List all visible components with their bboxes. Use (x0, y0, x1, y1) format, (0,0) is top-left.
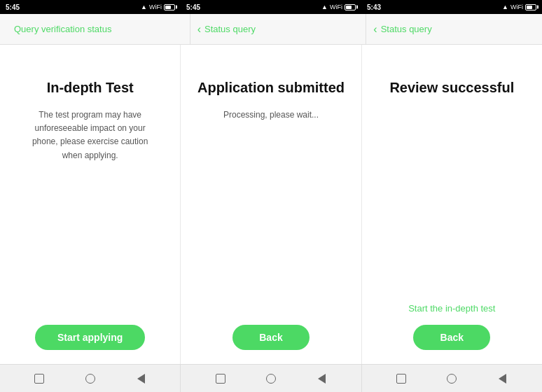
panel-top-3: Review successful (376, 66, 528, 303)
main-content: In-depth Test The test program may have … (0, 45, 542, 364)
signal-icon: ▲ (141, 4, 147, 10)
triangle-nav-icon-right[interactable] (496, 372, 509, 385)
start-applying-button[interactable]: Start applying (35, 325, 145, 350)
battery-icon-left (164, 4, 175, 10)
triangle-shape-left (137, 374, 145, 384)
square-nav-icon-right[interactable] (395, 372, 408, 385)
header-panel-left: Query verification status (0, 14, 190, 44)
panel-title-1: In-depth Test (47, 80, 134, 96)
panel-title-2: Application submitted (197, 80, 345, 96)
square-nav-icon-mid[interactable] (214, 372, 227, 385)
panel-top-2: Application submitted Processing, please… (195, 66, 347, 325)
header-panel-right: ‹ Status query (366, 14, 542, 44)
icons-left: ▲ WiFi (141, 4, 175, 10)
circle-shape-left (85, 374, 95, 384)
square-nav-icon-left[interactable] (33, 372, 46, 385)
nav-segment-left (0, 365, 181, 392)
circle-shape-right (447, 374, 457, 384)
bottom-nav (0, 364, 542, 392)
square-shape-mid (216, 374, 225, 384)
circle-nav-icon-right[interactable] (445, 372, 458, 385)
back-label-mid: Status query (204, 24, 256, 34)
triangle-shape-right (499, 374, 506, 384)
status-bar-mid: 5:45 ▲ WiFi (181, 4, 361, 11)
battery-icon-mid (345, 4, 356, 10)
panel-bottom-1: Start applying (14, 325, 166, 350)
time-right: 5:43 (367, 4, 381, 11)
signal-icon-right: ▲ (502, 4, 508, 10)
chevron-icon-mid: ‹ (197, 23, 201, 36)
nav-segment-mid (181, 365, 361, 392)
panel-desc-1: The test program may have unforeseeable … (27, 108, 153, 162)
header-panel-mid: ‹ Status query (190, 14, 367, 44)
status-bar-left: 5:45 ▲ WiFi (0, 4, 181, 11)
panel-indepth-test: In-depth Test The test program may have … (0, 45, 181, 364)
battery-icon-right (525, 4, 536, 10)
back-button-mid[interactable]: ‹ Status query (197, 23, 256, 36)
back-button-panel3[interactable]: Back (413, 325, 490, 350)
signal-icon-mid: ▲ (321, 4, 328, 10)
back-label-right: Status query (381, 24, 432, 34)
status-bar: 5:45 ▲ WiFi 5:45 ▲ WiFi 5:43 ▲ WiFi (0, 0, 542, 14)
panel-title-3: Review successful (389, 80, 514, 96)
status-bar-right: 5:43 ▲ WiFi (361, 4, 542, 11)
back-button-panel2[interactable]: Back (232, 325, 310, 350)
wifi-icon: WiFi (149, 4, 162, 10)
icons-right: ▲ WiFi (502, 4, 536, 10)
query-status-text[interactable]: Query verification status (14, 24, 111, 34)
panel-top-1: In-depth Test The test program may have … (14, 66, 166, 325)
panel-application-submitted: Application submitted Processing, please… (181, 45, 361, 364)
square-shape-right (396, 374, 406, 384)
triangle-nav-icon-mid[interactable] (315, 372, 328, 385)
wifi-icon-right: WiFi (510, 4, 523, 10)
panel-bottom-3: Start the in-depth test Back (376, 303, 528, 350)
start-indepth-link[interactable]: Start the in-depth test (408, 303, 495, 314)
time-mid: 5:45 (186, 4, 200, 11)
circle-nav-icon-mid[interactable] (265, 372, 277, 385)
triangle-shape-mid (318, 374, 326, 384)
time-left: 5:45 (6, 4, 20, 11)
wifi-icon-mid: WiFi (330, 4, 342, 10)
nav-segment-right (362, 365, 542, 392)
back-button-right[interactable]: ‹ Status query (373, 23, 431, 36)
icons-mid: ▲ WiFi (321, 4, 356, 10)
chevron-icon-right: ‹ (373, 23, 377, 36)
header-row: Query verification status ‹ Status query… (0, 14, 542, 45)
panel-review-successful: Review successful Start the in-depth tes… (362, 45, 542, 364)
triangle-nav-icon-left[interactable] (134, 372, 147, 385)
circle-shape-mid (266, 374, 276, 384)
panel-bottom-2: Back (195, 325, 347, 350)
panel-desc-2: Processing, please wait... (223, 108, 319, 122)
circle-nav-icon-left[interactable] (84, 372, 97, 385)
square-shape-left (34, 374, 44, 384)
